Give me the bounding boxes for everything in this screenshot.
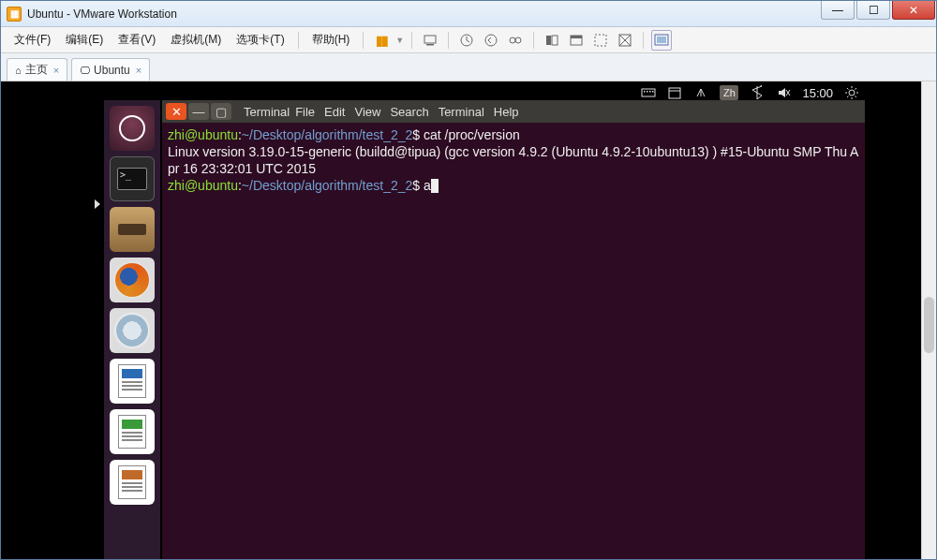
separator <box>643 32 644 49</box>
calendar-icon[interactable] <box>667 85 682 100</box>
terminal-window: ✕ — ▢ Terminal File Edit View Search Ter… <box>162 100 865 559</box>
terminal-close-button[interactable]: ✕ <box>166 103 186 120</box>
tab-ubuntu-label: Ubuntu <box>94 64 130 77</box>
prompt-user: zhi@ubuntu <box>168 127 238 142</box>
bluetooth-icon[interactable] <box>750 85 765 100</box>
svg-rect-19 <box>669 88 680 98</box>
terminal-menu-terminal[interactable]: Terminal <box>439 105 484 119</box>
close-button[interactable]: ✕ <box>892 1 935 20</box>
manage-snapshots-icon[interactable] <box>505 30 526 51</box>
revert-icon[interactable] <box>481 30 501 51</box>
menu-view[interactable]: 查看(V) <box>112 30 161 50</box>
tab-close-icon[interactable]: × <box>136 65 141 76</box>
files-icon <box>118 224 146 235</box>
tab-home[interactable]: ⌂ 主页 × <box>7 58 67 81</box>
ubuntu-desktop[interactable]: Zh 15:00 >_ <box>16 81 921 559</box>
guest-viewport: Zh 15:00 >_ <box>1 81 936 559</box>
dropdown-icon[interactable]: ▼ <box>395 36 404 45</box>
scrollbar[interactable] <box>921 81 936 559</box>
terminal-titlebar[interactable]: ✕ — ▢ Terminal File Edit View Search Ter… <box>162 100 865 123</box>
separator <box>298 32 299 49</box>
window-controls: — ☐ ✕ <box>820 1 936 26</box>
terminal-menu-help[interactable]: Help <box>494 105 519 119</box>
network-icon[interactable] <box>693 85 708 100</box>
menu-edit[interactable]: 编辑(E) <box>60 30 109 50</box>
svg-rect-1 <box>426 44 434 46</box>
home-icon: ⌂ <box>15 65 22 76</box>
launcher-files[interactable] <box>110 207 155 252</box>
separator <box>448 32 449 49</box>
vm-icon: 🖵 <box>80 65 90 76</box>
svg-rect-6 <box>546 36 551 45</box>
windows-titlebar: ▦ Ubuntu - VMware Workstation — ☐ ✕ <box>1 1 936 27</box>
console-view-icon[interactable] <box>615 30 635 51</box>
terminal-body[interactable]: zhi@ubuntu:~/Desktop/algorithm/test_2_2$… <box>162 123 865 559</box>
svg-point-5 <box>515 37 521 43</box>
launcher-firefox[interactable] <box>110 258 155 302</box>
document-icon <box>118 364 146 398</box>
tab-ubuntu[interactable]: 🖵 Ubuntu × <box>71 58 150 81</box>
thumbnail-icon[interactable] <box>651 30 672 51</box>
tab-close-icon[interactable]: × <box>53 65 59 76</box>
svg-rect-16 <box>647 91 648 93</box>
minimize-button[interactable]: — <box>821 1 855 20</box>
presentation-icon <box>118 465 146 499</box>
gear-icon[interactable] <box>844 85 859 100</box>
send-ctrl-alt-del-icon[interactable] <box>420 30 440 51</box>
svg-rect-0 <box>424 36 436 43</box>
launcher-chromium[interactable] <box>110 308 155 353</box>
spreadsheet-icon <box>118 415 146 449</box>
menu-tabs[interactable]: 选项卡(T) <box>231 30 290 50</box>
vmware-tabstrip: ⌂ 主页 × 🖵 Ubuntu × <box>1 53 936 81</box>
separator <box>411 32 412 49</box>
menu-vm[interactable]: 虚拟机(M) <box>165 30 227 50</box>
launcher-calc[interactable] <box>110 409 155 454</box>
svg-point-23 <box>849 90 855 96</box>
vmware-icon: ▦ <box>7 7 22 22</box>
svg-rect-10 <box>595 35 606 46</box>
volume-icon[interactable] <box>776 85 791 100</box>
launcher-dash[interactable] <box>110 106 155 151</box>
pause-icon[interactable]: ▮▮ <box>371 30 392 51</box>
chromium-icon <box>116 315 148 346</box>
terminal-menu-file[interactable]: File <box>295 105 315 119</box>
launcher-terminal[interactable]: >_ <box>110 156 155 201</box>
launcher-writer[interactable] <box>110 359 155 404</box>
vmware-window: ▦ Ubuntu - VMware Workstation — ☐ ✕ 文件(F… <box>0 0 937 560</box>
tab-home-label: 主页 <box>25 62 48 78</box>
terminal-menu-edit[interactable]: Edit <box>324 105 345 119</box>
unity-launcher: >_ <box>104 100 160 559</box>
launcher-impress[interactable] <box>110 460 155 505</box>
snapshot-icon[interactable] <box>456 30 477 51</box>
scrollbar-thumb[interactable] <box>924 297 934 353</box>
prompt-user: zhi@ubuntu <box>168 178 238 193</box>
clock[interactable]: 15:00 <box>802 86 833 100</box>
command-text: cat /proc/version <box>424 127 520 142</box>
prompt-path: ~/Desktop/algorithm/test_2_2 <box>242 178 413 193</box>
svg-rect-7 <box>552 36 558 45</box>
separator <box>363 32 364 49</box>
terminal-title-label: Terminal <box>244 105 290 119</box>
terminal-menu-view[interactable]: View <box>354 105 380 119</box>
terminal-menu-search[interactable]: Search <box>390 105 428 119</box>
input-method-indicator[interactable]: Zh <box>720 85 738 100</box>
command-text: a <box>424 178 431 193</box>
launcher-active-indicator <box>95 199 100 209</box>
firefox-icon <box>115 263 149 297</box>
terminal-maximize-button[interactable]: ▢ <box>211 103 231 120</box>
svg-rect-13 <box>657 37 666 43</box>
unity-icon[interactable] <box>566 30 587 51</box>
svg-point-4 <box>510 37 515 43</box>
svg-rect-17 <box>649 91 651 93</box>
keyboard-icon[interactable] <box>641 85 656 100</box>
svg-rect-15 <box>644 91 646 93</box>
terminal-minimize-button[interactable]: — <box>188 103 209 120</box>
menu-help[interactable]: 帮助(H) <box>306 30 356 50</box>
maximize-button[interactable]: ☐ <box>856 1 890 20</box>
menu-file[interactable]: 文件(F) <box>8 30 56 50</box>
window-title: Ubuntu - VMware Workstation <box>27 7 177 21</box>
fullscreen-icon[interactable] <box>590 30 611 51</box>
svg-rect-18 <box>652 91 654 93</box>
layout-icon[interactable] <box>542 30 562 51</box>
output-text: Linux version 3.19.0-15-generic (buildd@… <box>168 144 858 176</box>
